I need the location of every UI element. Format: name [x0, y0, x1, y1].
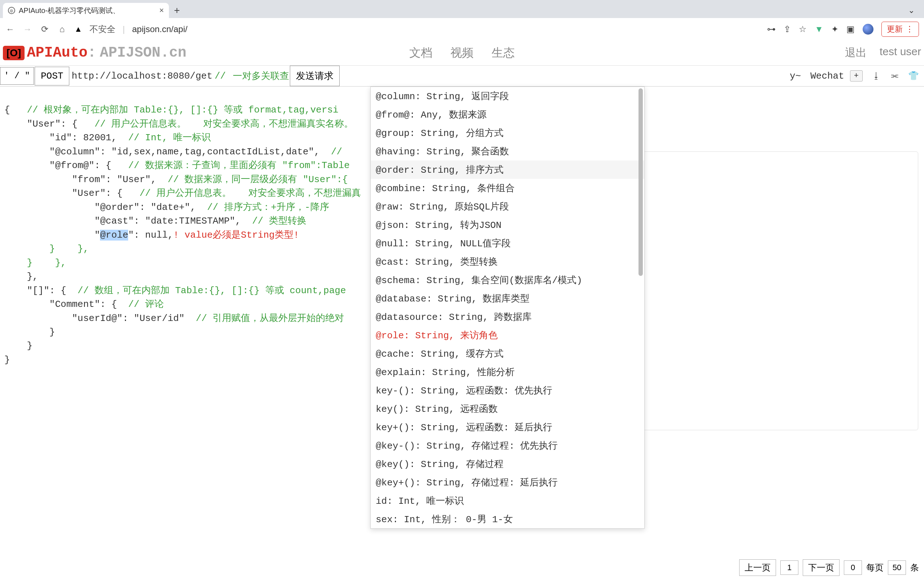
back-button[interactable]: ← [5, 24, 15, 34]
offset-input[interactable] [844, 561, 862, 575]
autocomplete-item[interactable]: key+(): String, 远程函数: 延后执行 [371, 418, 644, 436]
logout-link[interactable]: 退出 [845, 45, 867, 60]
request-comment-prefix: // [215, 71, 226, 82]
forward-button[interactable]: → [23, 24, 32, 34]
highlighted-key: @role [100, 230, 128, 240]
new-tab-button[interactable]: + [174, 5, 180, 16]
tab-close-icon[interactable]: × [159, 6, 164, 15]
tabs-overflow-icon[interactable]: ⌄ [908, 6, 914, 15]
nav-video[interactable]: 视频 [451, 45, 473, 61]
validation-error: ! value必须是String类型! [173, 230, 299, 240]
autocomplete-item[interactable]: @datasource: String, 跨数据库 [371, 308, 644, 326]
autocomplete-item[interactable]: key(): String, 远程函数 [371, 400, 644, 418]
add-session-tab[interactable]: + [850, 70, 863, 82]
home-button[interactable]: ⌂ [57, 24, 67, 34]
browser-tab-bar: ◍ APIAuto-机器学习零代码测试、 × + ⌄ [0, 0, 924, 18]
autocomplete-item[interactable]: sex: Int, 性别： 0-男 1-女 [371, 510, 644, 528]
quote-toggle[interactable]: ' / " [0, 67, 34, 85]
autocomplete-item[interactable]: @key-(): String, 存储过程: 优先执行 [371, 436, 644, 455]
download-icon[interactable]: ⭳ [872, 71, 881, 81]
autocomplete-item[interactable]: @json: String, 转为JSON [371, 216, 644, 234]
scrollbar-thumb[interactable] [638, 89, 643, 276]
autocomplete-item[interactable]: @having: String, 聚合函数 [371, 142, 644, 161]
session-tab-wechat[interactable]: Wechat [807, 69, 848, 84]
app-header: [O] APIAuto : APIJSON.cn 文档 视频 生态 退出 tes… [0, 40, 924, 66]
globe-icon: ◍ [8, 7, 15, 14]
update-button[interactable]: 更新⋮ [881, 22, 919, 37]
autocomplete-item[interactable]: @cache: String, 缓存方式 [371, 344, 644, 363]
autocomplete-item[interactable]: @group: String, 分组方式 [371, 124, 644, 142]
nav-docs[interactable]: 文档 [409, 45, 432, 61]
autocomplete-item[interactable]: @order: String, 排序方式 [371, 161, 644, 179]
per-page-label: 每页 [866, 562, 884, 574]
pagination-footer: 上一页 下一页 每页 条 [734, 558, 924, 577]
request-bar: ' / " POST http://localhost:8080/get // … [0, 66, 924, 87]
autocomplete-item[interactable]: @role: String, 来访角色 [371, 326, 644, 344]
session-tab-prefix: y~ [786, 69, 804, 84]
nav-eco[interactable]: 生态 [492, 45, 515, 61]
prev-page-button[interactable]: 上一页 [739, 559, 776, 576]
autocomplete-item[interactable]: id: Int, 唯一标识 [371, 492, 644, 510]
extensions-icon[interactable]: ✦ [831, 24, 838, 34]
bookmark-icon[interactable]: ☆ [799, 24, 807, 34]
autocomplete-item[interactable]: @database: String, 数据库类型 [371, 289, 644, 308]
key-icon[interactable]: ⊶ [767, 24, 775, 34]
autocomplete-item[interactable]: @null: String, NULL值字段 [371, 234, 644, 253]
brand-sep: : [87, 45, 96, 61]
sidepanel-icon[interactable]: ▣ [846, 24, 855, 34]
next-page-button[interactable]: 下一页 [803, 559, 840, 576]
insecure-icon[interactable]: ▲ [74, 24, 82, 34]
autocomplete-item[interactable]: @cast: String, 类型转换 [371, 253, 644, 271]
insecure-label[interactable]: 不安全 [89, 23, 115, 35]
autocomplete-item[interactable]: @explain: String, 性能分析 [371, 363, 644, 381]
autocomplete-item[interactable]: key-(): String, 远程函数: 优先执行 [371, 381, 644, 400]
app-brand-sub: APIJSON.cn [100, 45, 186, 61]
unit-label: 条 [910, 562, 919, 574]
app-logo: [O] [3, 46, 24, 60]
vue-devtools-icon[interactable]: ▼ [815, 24, 823, 34]
tshirt-icon[interactable]: 👕 [908, 71, 919, 81]
user-label[interactable]: test user [880, 45, 921, 60]
send-request-button[interactable]: 发送请求 [290, 66, 340, 86]
autocomplete-item[interactable]: @raw: String, 原始SQL片段 [371, 197, 644, 216]
page-number-input[interactable] [780, 561, 798, 575]
autocomplete-item[interactable]: @key(): String, 存储过程 [371, 455, 644, 473]
address-url[interactable]: apijson.cn/api/ [132, 24, 760, 34]
nav-center: 文档 视频 生态 [409, 45, 515, 61]
share-icon[interactable]: ⇪ [783, 24, 791, 34]
profile-avatar[interactable] [863, 24, 874, 35]
app-brand: APIAuto [27, 45, 87, 61]
request-desc: 一对多关联查 [233, 69, 289, 82]
browser-toolbar: ← → ⟳ ⌂ ▲ 不安全 | apijson.cn/api/ ⊶ ⇪ ☆ ▼ … [0, 18, 924, 40]
tab-title: APIAuto-机器学习零代码测试、 [19, 6, 120, 16]
autocomplete-item[interactable]: @combine: String, 条件组合 [371, 179, 644, 197]
json-editor[interactable]: { // 根对象，可在内部加 Table:{}, []:{} 等或 format… [0, 87, 368, 558]
autocomplete-panel[interactable]: @column: String, 返回字段@from@: Any, 数据来源@g… [370, 87, 645, 529]
per-page-input[interactable] [888, 561, 906, 575]
http-method-select[interactable]: POST [35, 67, 69, 85]
request-url-input[interactable]: http://localhost:8080/get [69, 71, 215, 82]
autocomplete-item[interactable]: @key+(): String, 存储过程: 延后执行 [371, 473, 644, 492]
autocomplete-item[interactable]: @column: String, 返回字段 [371, 87, 644, 105]
autocomplete-item[interactable]: @from@: Any, 数据来源 [371, 105, 644, 124]
share-link-icon[interactable]: ⫘ [890, 71, 899, 81]
autocomplete-item[interactable]: @schema: String, 集合空间(数据库名/模式) [371, 271, 644, 289]
browser-tab[interactable]: ◍ APIAuto-机器学习零代码测试、 × [3, 3, 169, 18]
reload-button[interactable]: ⟳ [40, 24, 50, 34]
